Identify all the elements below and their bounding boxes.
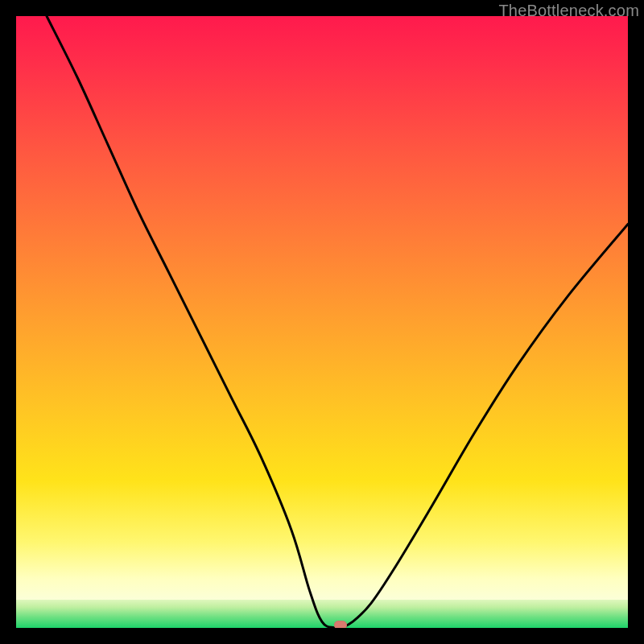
plot-area [16, 16, 628, 628]
bottleneck-curve [16, 16, 628, 628]
min-marker [334, 621, 347, 628]
chart-stage: TheBottleneck.com [0, 0, 644, 644]
